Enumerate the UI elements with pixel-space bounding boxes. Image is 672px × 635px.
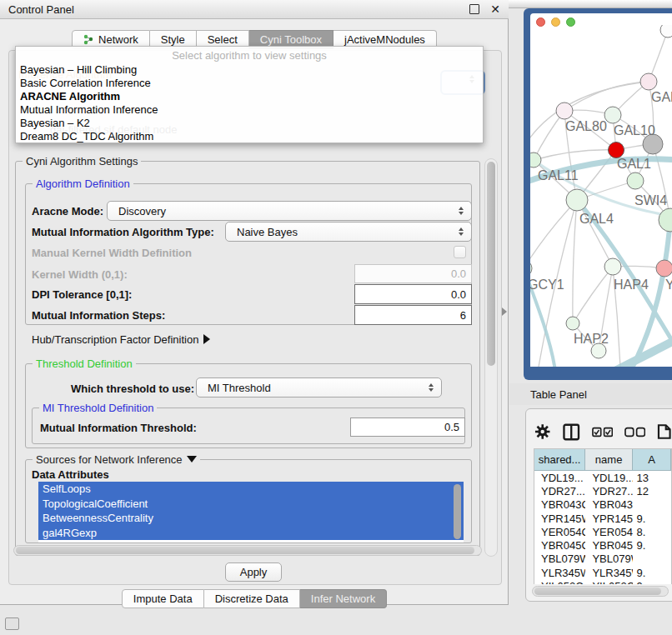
list-item-betweennesscentrality[interactable]: BetweennessCentrality (38, 511, 464, 526)
mi-type-value: Naive Bayes (237, 226, 298, 238)
combo-arrows-icon (454, 207, 468, 215)
node-gal-partial[interactable] (640, 73, 657, 90)
node-gal4[interactable] (566, 189, 588, 211)
control-panel-title: Control Panel (8, 3, 74, 16)
column-header-name[interactable]: name (585, 449, 633, 471)
which-threshold-label: Which threshold to use: (71, 382, 194, 395)
table-header-row: shared... name A (534, 449, 671, 471)
table-row[interactable]: YDR27...YDR27...12 (534, 484, 671, 498)
combo-arrows-icon (454, 228, 468, 236)
threshold-definition-title: Threshold Definition (33, 358, 136, 370)
combo-arrows-icon (424, 383, 438, 392)
checked-boxes-icon[interactable] (592, 427, 613, 438)
bottom-tabs: Impute Data Discretize Data Infer Networ… (0, 589, 509, 608)
network-icon (83, 34, 94, 45)
table-row[interactable]: YBR045CYBR045C9. (534, 538, 671, 552)
unchecked-boxes-icon[interactable] (624, 427, 645, 438)
mi-threshold-input[interactable]: 0.5 (350, 418, 465, 437)
table-panel-title: Table Panel (530, 388, 587, 401)
node-gal80[interactable] (556, 102, 573, 119)
list-item-gal4rgexp[interactable]: gal4RGexp (38, 526, 464, 541)
table-row[interactable]: YDL19...YDL19...13 (534, 471, 671, 484)
node-gal10[interactable] (604, 107, 621, 123)
aracne-mode-value: Discovery (118, 205, 166, 218)
table-panel-titlebar: Table Panel (509, 383, 672, 405)
aracne-mode-combo[interactable]: Discovery (107, 201, 472, 221)
which-threshold-value: MI Threshold (208, 382, 271, 394)
close-icon[interactable]: ✕ (490, 5, 500, 13)
popup-item-bayesian-hill-climbing[interactable]: Bayesian – Hill Climbing (16, 63, 483, 77)
settings-vscrollbar-thumb[interactable] (487, 162, 495, 366)
popup-item-mutual-information[interactable]: Mutual Information Inference (16, 103, 483, 117)
node-table: shared... name A YDL19...YDL19...13 YDR2… (534, 448, 672, 584)
data-attributes-list: SelfLoops TopologicalCoefficient Between… (38, 482, 464, 542)
kernel-width-input[interactable]: 0.0 (354, 264, 472, 283)
document-icon[interactable] (657, 423, 672, 440)
network-canvas[interactable]: GAL GAL80 GAL10 GAL1 GAL11 SWI4 GAL4 GCY… (530, 25, 672, 367)
tab-impute-data[interactable]: Impute Data (122, 589, 204, 608)
popup-placeholder: Select algorithm to view settings (16, 47, 483, 63)
node-selected-red[interactable] (609, 142, 624, 158)
list-item-topologicalcoefficient[interactable]: TopologicalCoefficient (38, 497, 464, 512)
column-header-shared-name[interactable]: shared... (534, 449, 585, 471)
svg-text:GAL10: GAL10 (614, 123, 655, 138)
popup-item-bayesian-k2[interactable]: Bayesian – K2 (16, 117, 483, 130)
dpi-tolerance-label: DPI Tolerance [0,1]: (32, 288, 132, 301)
kernel-width-label: Kernel Width (0,1): (32, 268, 128, 281)
mi-threshold-label: Mutual Information Threshold: (40, 422, 197, 434)
node-swi4[interactable] (659, 208, 672, 232)
dpi-tolerance-input[interactable]: 0.0 (354, 284, 472, 304)
svg-text:GAL11: GAL11 (538, 168, 579, 182)
svg-text:Y: Y (665, 278, 672, 292)
node-unlabeled[interactable] (660, 25, 672, 38)
attributes-list-scrollbar[interactable] (454, 484, 461, 539)
node-salmon[interactable] (656, 260, 672, 277)
aracne-mode-label: Aracne Mode: (32, 205, 103, 218)
panel-divider-arrow-icon[interactable] (502, 308, 507, 316)
tab-infer-network[interactable]: Infer Network (300, 589, 387, 608)
popup-item-dream8[interactable]: Dream8 DC_TDC Algorithm (16, 130, 483, 143)
svg-text:SWI4: SWI4 (634, 193, 667, 208)
popup-item-aracne[interactable]: ARACNE Algorithm (16, 90, 483, 103)
which-threshold-combo[interactable]: MI Threshold (196, 378, 442, 398)
column-header-clipped[interactable]: A (633, 449, 671, 471)
tab-network-label: Network (98, 33, 138, 46)
manual-kernel-checkbox[interactable] (454, 246, 466, 258)
table-row[interactable]: YBL079WYBL079W (534, 552, 671, 566)
list-item-selfloops[interactable]: SelfLoops (38, 482, 464, 497)
mi-steps-input[interactable]: 6 (354, 305, 472, 325)
svg-text:GCY1: GCY1 (530, 278, 564, 292)
table-row[interactable]: YLR345WYLR345W9. (534, 566, 671, 579)
table-row[interactable]: YER054CYER054C8. (534, 525, 671, 538)
mi-type-combo[interactable]: Naive Bayes (225, 222, 472, 242)
split-columns-icon[interactable] (563, 423, 579, 441)
node-hap4[interactable] (604, 258, 621, 275)
hub-definition-toggle[interactable]: Hub/Transcription Factor Definition (32, 333, 210, 346)
svg-text:GAL4: GAL4 (579, 212, 614, 226)
node-hap2[interactable] (566, 317, 579, 330)
table-hscrollbar[interactable] (532, 586, 669, 597)
node-gcy1[interactable] (530, 260, 532, 277)
manual-kernel-label: Manual Kernel Width Definition (32, 247, 192, 259)
settings-group-title: Cyni Algorithm Settings (23, 155, 141, 168)
popup-item-basic-correlation[interactable]: Basic Correlation Inference (16, 77, 483, 90)
sources-group-title[interactable]: Sources for Network Inference (33, 453, 200, 466)
minimized-panel-icon[interactable] (5, 618, 19, 630)
settings-vscrollbar[interactable] (484, 158, 498, 557)
table-row[interactable]: YBR043CYBR043C (534, 498, 671, 512)
table-row[interactable]: YPR145WYPR145W9. (534, 512, 671, 525)
svg-text:GAL80: GAL80 (565, 119, 607, 133)
table-toolbar (534, 418, 672, 445)
gear-icon[interactable] (534, 422, 551, 441)
float-window-icon[interactable] (469, 4, 479, 14)
settings-hscrollbar[interactable] (13, 545, 482, 556)
tab-discretize-data[interactable]: Discretize Data (204, 589, 300, 608)
mi-steps-label: Mutual Information Steps: (32, 309, 165, 322)
data-attributes-label: Data Attributes (32, 468, 109, 481)
node-gal1[interactable] (627, 172, 644, 189)
apply-button[interactable]: Apply (225, 562, 282, 582)
control-panel-titlebar: Control Panel ✕ (0, 0, 509, 19)
svg-text:HAP4: HAP4 (614, 278, 649, 292)
node-gal11[interactable] (530, 152, 541, 168)
table-row[interactable]: YIL052CYIL052C9. (534, 579, 671, 584)
